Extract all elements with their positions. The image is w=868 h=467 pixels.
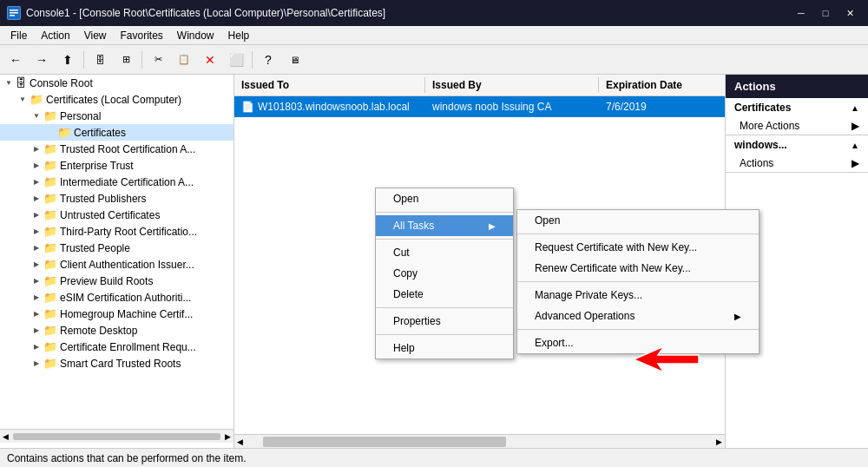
- actions-section-title-windows[interactable]: windows... ▲: [726, 135, 868, 155]
- context-menu-all-tasks-arrow: ▶: [489, 221, 496, 231]
- tree-item-third-party[interactable]: ▶ 📁 Third-Party Root Certificatio...: [0, 223, 233, 240]
- context-menu-cut[interactable]: Cut: [376, 242, 513, 263]
- tree-item-cert-enrollment[interactable]: ▶ 📁 Certificate Enrollment Requ...: [0, 339, 233, 355]
- minimize-button[interactable]: ─: [790, 3, 812, 23]
- tree-item-homegroup[interactable]: ▶ 📁 Homegroup Machine Certif...: [0, 306, 233, 322]
- submenu-open[interactable]: Open: [517, 210, 759, 231]
- cert-row-0-issued-to: 📄 W101803.windowsnoob.lab.local: [234, 99, 425, 115]
- tree-item-smart-card[interactable]: ▶ 📁 Smart Card Trusted Roots: [0, 355, 233, 372]
- actions-more-actions[interactable]: More Actions ▶: [726, 117, 868, 135]
- tree-label-enterprise-trust: Enterprise Trust: [60, 160, 134, 172]
- tree-label-smart-card: Smart Card Trusted Roots: [60, 358, 181, 370]
- folder-icon-third-party: 📁: [43, 225, 57, 238]
- tree-item-enterprise-trust[interactable]: ▶ 📁 Enterprise Trust: [0, 157, 233, 174]
- context-menu-help[interactable]: Help: [376, 338, 513, 358]
- tree-scroll-right[interactable]: ▶: [222, 432, 233, 441]
- actions-section-title-certificates[interactable]: Certificates ▲: [726, 98, 868, 117]
- tree-item-personal[interactable]: ▼ 📁 Personal: [0, 108, 233, 124]
- delete-button[interactable]: ✕: [198, 49, 222, 71]
- hscrollbar[interactable]: ◀ ▶: [234, 434, 725, 448]
- menu-favorites[interactable]: Favorites: [114, 28, 170, 43]
- tree-scroll[interactable]: ▼ 🗄 Console Root ▼ 📁 Certificates (Local…: [0, 75, 233, 429]
- tree-item-remote-desktop[interactable]: ▶ 📁 Remote Desktop: [0, 322, 233, 339]
- tree-item-esim[interactable]: ▶ 📁 eSIM Certification Authoriti...: [0, 289, 233, 306]
- submenu-request-cert-label: Request Certificate with New Key...: [535, 241, 697, 253]
- submenu-request-cert[interactable]: Request Certificate with New Key...: [517, 237, 759, 258]
- expand-icon-third-party: ▶: [30, 227, 43, 235]
- hscroll-left[interactable]: ◀: [234, 437, 246, 446]
- tree-scrollbar-thumb[interactable]: [13, 433, 220, 440]
- tree-item-trusted-publishers[interactable]: ▶ 📁 Trusted Publishers: [0, 190, 233, 207]
- hscrollbar-thumb[interactable]: [263, 437, 506, 447]
- context-menu-copy[interactable]: Copy: [376, 263, 513, 284]
- menu-action[interactable]: Action: [34, 28, 76, 43]
- tree-item-client-auth[interactable]: ▶ 📁 Client Authentication Issuer...: [0, 256, 233, 273]
- svg-rect-3: [10, 15, 15, 16]
- submenu-renew-cert[interactable]: Renew Certificate with New Key...: [517, 258, 759, 279]
- submenu-sep-1: [517, 234, 759, 234]
- submenu-manage-keys-label: Manage Private Keys...: [535, 289, 642, 301]
- app-icon: [7, 6, 21, 20]
- tree-label-certs-local: Certificates (Local Computer): [46, 94, 181, 106]
- submenu-export[interactable]: Export...: [517, 332, 759, 353]
- folder-icon-certs-local: 📁: [30, 93, 43, 106]
- expand-icon-intermediate: ▶: [30, 178, 43, 186]
- actions-triangle-1: ▲: [851, 141, 859, 150]
- cut-button[interactable]: ✂: [146, 49, 170, 71]
- context-menu-properties[interactable]: Properties: [376, 311, 513, 332]
- folder-icon-intermediate: 📁: [43, 175, 57, 188]
- col-issued-by[interactable]: Issued By: [425, 77, 599, 93]
- show-hide-button[interactable]: 🗄: [88, 49, 112, 71]
- actions-header: Actions: [726, 75, 868, 98]
- copy-button[interactable]: 📋: [172, 49, 196, 71]
- col-issued-to[interactable]: Issued To: [234, 77, 425, 93]
- tree-item-certificates-local[interactable]: ▼ 📁 Certificates (Local Computer): [0, 91, 233, 108]
- expand-icon-trusted-root: ▶: [30, 145, 43, 153]
- tree-item-console-root[interactable]: ▼ 🗄 Console Root: [0, 75, 233, 91]
- submenu-advanced-ops-arrow: ▶: [734, 312, 741, 321]
- context-menu-open[interactable]: Open: [376, 188, 513, 209]
- tree-hscrollbar[interactable]: ◀ ▶: [0, 429, 233, 443]
- actions-section-windows: windows... ▲ Actions ▶: [726, 135, 868, 173]
- menu-help[interactable]: Help: [221, 28, 257, 43]
- tree-scroll-left[interactable]: ◀: [0, 432, 11, 441]
- tree-item-trusted-people[interactable]: ▶ 📁 Trusted People: [0, 240, 233, 256]
- svg-rect-2: [10, 12, 18, 14]
- maximize-button[interactable]: □: [814, 3, 837, 23]
- expand-icon-certs: [43, 128, 57, 136]
- submenu-sep-2: [517, 281, 759, 282]
- col-expiration[interactable]: Expiration Date: [599, 77, 703, 93]
- expand-icon-client-auth: ▶: [30, 260, 43, 268]
- tree-item-trusted-root[interactable]: ▶ 📁 Trusted Root Certification A...: [0, 141, 233, 157]
- hscroll-right[interactable]: ▶: [713, 437, 725, 446]
- context-menu-open-label: Open: [393, 193, 418, 205]
- help-button[interactable]: ?: [256, 49, 280, 71]
- expand-icon-esim: ▶: [30, 293, 43, 301]
- forward-button[interactable]: →: [30, 49, 54, 71]
- submenu: Open Request Certificate with New Key...…: [516, 209, 760, 354]
- menu-file[interactable]: File: [3, 28, 34, 43]
- tree-item-preview-build[interactable]: ▶ 📁 Preview Build Roots: [0, 273, 233, 289]
- tree-item-untrusted[interactable]: ▶ 📁 Untrusted Certificates: [0, 207, 233, 223]
- status-text: Contains actions that can be performed o…: [7, 452, 247, 464]
- main-container: ▼ 🗄 Console Root ▼ 📁 Certificates (Local…: [0, 75, 868, 448]
- close-button[interactable]: ✕: [838, 3, 861, 23]
- context-menu: Open All Tasks ▶ Cut Copy Delete Propert…: [375, 187, 514, 359]
- tree-item-intermediate[interactable]: ▶ 📁 Intermediate Certification A...: [0, 174, 233, 190]
- up-button[interactable]: ⬆: [56, 49, 80, 71]
- console-button[interactable]: 🖥: [282, 49, 306, 71]
- context-menu-all-tasks[interactable]: All Tasks ▶: [376, 215, 513, 236]
- cert-row-0-issued-by: windows noob Issuing CA: [425, 99, 599, 115]
- back-button[interactable]: ←: [3, 49, 28, 71]
- tree-item-certificates[interactable]: 📁 Certificates: [0, 124, 233, 141]
- folder-icon-smart-card: 📁: [43, 357, 57, 370]
- context-menu-delete[interactable]: Delete: [376, 284, 513, 305]
- cert-row-0[interactable]: 📄 W101803.windowsnoob.lab.local windows …: [234, 96, 725, 117]
- menu-window[interactable]: Window: [170, 28, 221, 43]
- submenu-advanced-ops[interactable]: Advanced Operations ▶: [517, 306, 759, 326]
- submenu-manage-keys[interactable]: Manage Private Keys...: [517, 285, 759, 306]
- menu-view[interactable]: View: [77, 28, 114, 43]
- actions-actions-item[interactable]: Actions ▶: [726, 155, 868, 172]
- properties-button[interactable]: ⬜: [224, 49, 248, 71]
- new-window-button[interactable]: ⊞: [114, 49, 138, 71]
